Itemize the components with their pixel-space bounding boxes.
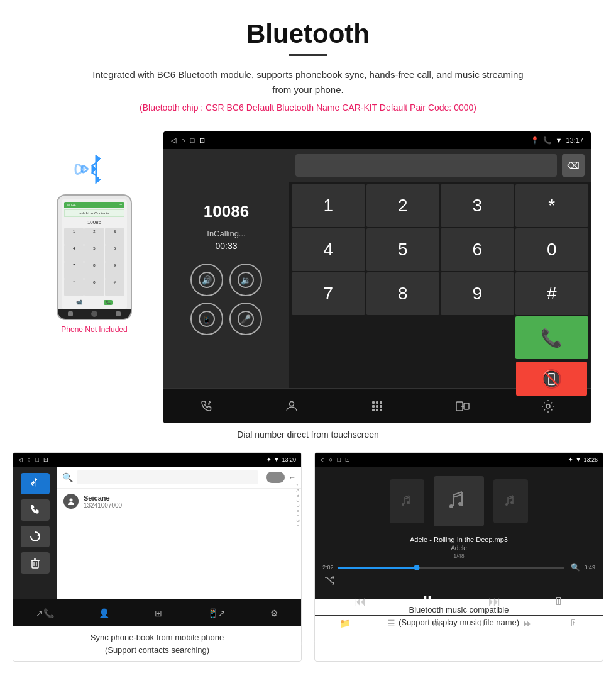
key-6[interactable]: 6 (441, 228, 514, 271)
music-track-name: Adele - Rolling In the Deep.mp3 (324, 536, 593, 543)
pb-status-right: ✦ ▼ 13:20 (267, 457, 296, 463)
music-play-icon[interactable]: ⏸ (478, 618, 487, 628)
backspace-button[interactable]: ⌫ (562, 154, 585, 177)
key-1[interactable]: 1 (292, 184, 365, 227)
phonebook-contact-row[interactable]: Seicane 13241007000 (57, 489, 301, 514)
key-0[interactable]: 0 (515, 228, 589, 271)
phone-screen: MORE ☰ + Add to Contacts 10086 123 456 7… (62, 199, 127, 309)
bottom-keypad-icon[interactable] (365, 394, 390, 419)
music-prev-track-icon[interactable]: ⏮ (432, 618, 441, 628)
refresh-sidebar-icon (28, 530, 42, 543)
phonebook-bottom-bar: ↗📞 👤 ⊞ 📱↗ ⚙ (13, 599, 301, 626)
pb-bottom-transfer[interactable]: 📱↗ (207, 608, 226, 618)
nav-recent-icon[interactable]: □ (190, 136, 195, 144)
phonebook-search-row: 🔍 ← (57, 467, 301, 489)
svg-rect-12 (372, 401, 375, 404)
contact-info: Seicane 13241007000 (84, 494, 122, 509)
music-time: 13:26 (583, 457, 598, 463)
phonebook-search-bar[interactable] (77, 470, 258, 484)
music-eq-icon[interactable]: 🎚 (569, 618, 578, 628)
pb-bottom-settings[interactable]: ⚙ (270, 608, 278, 618)
pb-bottom-contacts[interactable]: 👤 (99, 608, 109, 618)
phone-sidebar-button[interactable] (21, 499, 50, 521)
key-8[interactable]: 8 (366, 272, 440, 315)
music-folder-icon[interactable]: 📁 (339, 618, 350, 628)
prev-button[interactable]: ⏮ (354, 594, 366, 609)
status-left: ◁ ○ □ ⊡ (171, 136, 205, 145)
header-description: Integrated with BC6 Bluetooth module, su… (88, 67, 528, 97)
svg-text:📱: 📱 (202, 315, 211, 324)
dial-input-row: ⌫ (289, 149, 591, 182)
pb-signal-icon: ▼ (274, 457, 280, 463)
nav-back-icon[interactable]: ◁ (171, 136, 176, 145)
pb-bt-icon: ✦ (267, 457, 272, 463)
music-progress-bar[interactable] (338, 567, 565, 569)
key-5[interactable]: 5 (366, 228, 440, 271)
bottom-transfer-icon[interactable] (450, 394, 475, 419)
svg-text:🔊: 🔊 (202, 275, 212, 286)
bottom-settings-icon[interactable] (536, 394, 561, 419)
music-note-next-icon (502, 492, 520, 511)
dialed-number: 10086 (204, 202, 249, 221)
music-search-icon[interactable]: 🔍 (571, 563, 580, 572)
svg-point-37 (510, 501, 513, 504)
contact-person-icon (67, 497, 75, 506)
key-empty-1 (292, 316, 365, 359)
phonebook-alphabet: *ABCDEFGHI (297, 480, 300, 599)
volume-up-button[interactable]: 🔊 (190, 264, 223, 296)
play-pause-button[interactable]: ⏸ (419, 592, 436, 611)
phonebook-content: 🔍 ← Seicane (13, 467, 301, 599)
key-star[interactable]: * (515, 184, 589, 227)
mute-button[interactable]: 🎤 (229, 303, 262, 335)
key-3[interactable]: 3 (441, 184, 514, 227)
phone-label: Phone Not Included (61, 325, 127, 334)
phone-keypad: 123 456 789 *0# (64, 228, 124, 296)
dial-input-field[interactable] (295, 154, 557, 177)
time-display: 13:17 (566, 136, 583, 144)
svg-rect-28 (32, 560, 38, 568)
key-7[interactable]: 7 (292, 272, 365, 315)
key-2[interactable]: 2 (366, 184, 440, 227)
search-icon: 🔍 (62, 472, 73, 482)
music-playlist-icon[interactable]: ☰ (387, 618, 395, 628)
bottom-contacts-icon[interactable] (279, 394, 304, 419)
call-status: InCalling... (207, 229, 245, 238)
contact-name: Seicane (84, 494, 122, 502)
svg-rect-22 (464, 403, 469, 409)
svg-rect-17 (380, 405, 382, 408)
music-shuffle-row (315, 574, 603, 586)
transfer-button[interactable]: 📱 (190, 303, 223, 335)
svg-marker-24 (33, 478, 38, 488)
back-arrow-icon[interactable]: ← (289, 473, 296, 482)
nav-home-icon[interactable]: ○ (181, 136, 185, 144)
pb-time: 13:20 (282, 457, 296, 463)
key-hash[interactable]: # (515, 272, 589, 315)
call-end-button[interactable]: 📵 (516, 362, 587, 396)
music-next-track-icon[interactable]: ⏭ (524, 618, 532, 628)
equalizer-button[interactable]: 🎚 (554, 596, 564, 608)
bottom-calls-icon[interactable] (194, 394, 219, 419)
signal-icon: ▼ (556, 136, 563, 144)
svg-rect-14 (380, 401, 382, 404)
volume-down-button[interactable]: 🔉 (229, 264, 262, 296)
volume-up-icon: 🔊 (198, 271, 216, 289)
svg-point-34 (449, 504, 453, 508)
refresh-sidebar-button[interactable] (21, 526, 50, 547)
delete-sidebar-button[interactable] (21, 552, 50, 574)
key-4[interactable]: 4 (292, 228, 365, 271)
shuffle-icon[interactable] (324, 574, 335, 586)
call-accept-button[interactable]: 📞 (515, 316, 589, 359)
next-button[interactable]: ⏭ (488, 594, 501, 609)
music-status-right: ✦ ▼ 13:26 (568, 457, 598, 463)
pb-bottom-keypad[interactable]: ⊞ (155, 608, 162, 618)
svg-marker-0 (92, 155, 101, 184)
bluetooth-sidebar-button[interactable] (21, 473, 50, 494)
phone-top-bar: MORE ☰ (64, 202, 124, 208)
key-9[interactable]: 9 (441, 272, 514, 315)
music-progress-fill (338, 567, 417, 569)
phonebook-screen: ◁ ○ □ ⊡ ✦ ▼ 13:20 (13, 453, 301, 626)
page-header: Bluetooth Integrated with BC6 Bluetooth … (0, 0, 616, 131)
svg-point-23 (546, 404, 550, 408)
pb-bottom-calls[interactable]: ↗📞 (36, 608, 54, 618)
title-divider (289, 54, 327, 56)
